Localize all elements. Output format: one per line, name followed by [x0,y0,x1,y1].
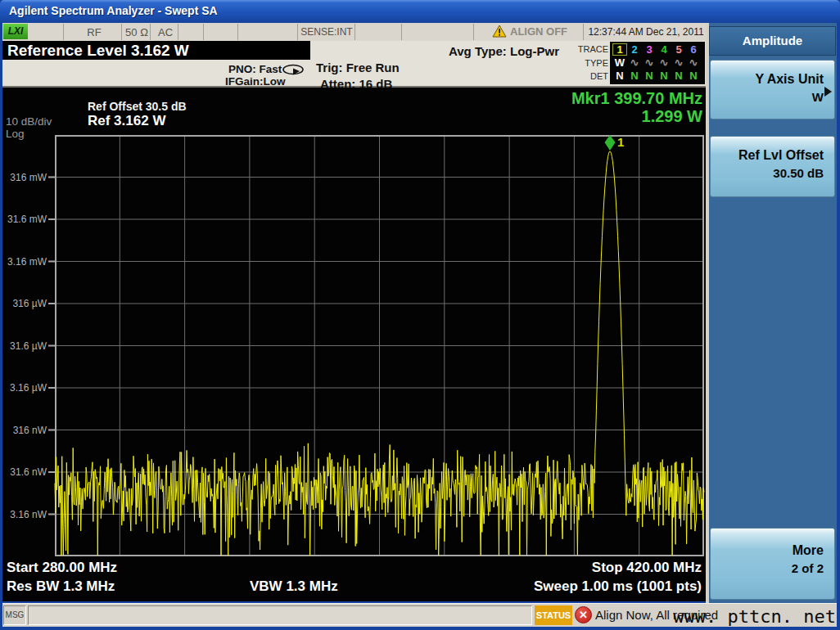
more-button[interactable]: More 2 of 2 [710,528,835,600]
sense-indicator: SENSE:INT [300,26,352,38]
trace-row-label: TRACE [526,44,608,54]
det-row-label: DET [526,71,608,81]
graticule-and-trace: 1 [55,135,704,556]
segment-divider [121,24,122,40]
segment-divider [63,24,64,40]
status-label: STATUS [535,605,572,625]
marker-1-number: 1 [617,135,624,149]
trigger-setting: Trig: Free Run [316,61,400,74]
y-axis-label: 3.16 µW [4,382,47,394]
stop-frequency-annotation: Stop 420.00 MHz [592,560,702,576]
warning-icon [492,25,507,38]
y-axis-label: 31.6 nW [4,466,47,478]
marker-frequency: Mkr1 399.70 MHz [571,89,702,107]
y-axis-unit-button[interactable]: Y Axis Unit W [710,60,835,119]
y-axis-label: 3.16 mW [4,256,47,268]
trace-number-2: 2 [627,43,642,56]
message-field [28,605,532,625]
softkey-menu: Amplitude Y Axis Unit W Ref Lvl Offset 3… [709,23,837,603]
y-axis-unit-label: Y Axis Unit [711,72,824,87]
rf-indicator: RF [87,26,101,38]
error-icon: ✕ [575,606,592,623]
segment-divider [203,24,204,40]
trace-type-waveform-icon: ∿ [627,56,642,69]
menu-title: Amplitude [709,26,836,56]
spectrum-analyzer-window: Agilent Spectrum Analyzer - Swept SA LXI… [0,0,840,630]
rbw-annotation: Res BW 1.3 MHz [7,578,115,595]
trace-detector-normal: N [657,70,671,82]
trace-detector-normal: N [612,70,627,82]
trace-detector-row: NNNNNN [612,70,704,82]
marker-amplitude: 1.299 W [571,107,702,125]
window-title: Agilent Spectrum Analyzer - Swept SA [9,4,218,17]
top-status-strip: LXI RF 50 Ω AC SENSE:INT ALIGN OFF 12:37… [2,23,706,41]
trace-detector-normal: N [671,70,686,82]
marker-1-diamond-icon [605,135,616,151]
ref-offset-annotation: Ref Offset 30.5 dB [88,100,187,113]
align-status: ALIGN OFF [492,25,567,38]
y-axis-label: 31.6 mW [4,214,47,225]
start-frequency-annotation: Start 280.00 MHz [7,560,117,576]
ref-lvl-offset-button[interactable]: Ref Lvl Offset 30.50 dB [710,136,835,197]
sweep-annotation: Sweep 1.00 ms (1001 pts) [534,578,702,595]
segment-divider [401,24,402,40]
align-off-label: ALIGN OFF [510,25,567,38]
y-axis-unit-value: W [711,90,824,104]
segment-divider [355,24,355,40]
marker-readout: Mkr1 399.70 MHz 1.299 W [571,89,702,125]
trace-detector-normal: N [627,70,642,82]
trace-number-5: 5 [671,43,686,56]
y-axis-label: 316 nW [4,425,47,436]
trace-number-3: 3 [642,43,657,56]
reference-level-readout: Reference Level 3.162 W [2,41,310,60]
trace-type-write: W [612,56,627,69]
measurement-bar: Reference Level 3.162 W PNO: Fast IFGain… [2,41,706,88]
segment-divider [150,24,151,40]
trace-type-waveform-icon: ∿ [657,56,671,69]
y-axis-label: 3.16 nW [4,509,47,520]
scale-type-annotation: Log [6,128,25,140]
trace-number-6: 6 [686,43,701,56]
msg-label: MSG [3,605,26,625]
more-page-indicator: 2 of 2 [711,561,824,575]
y-axis-label: 31.6 µW [4,340,47,352]
title-bar[interactable]: Agilent Spectrum Analyzer - Swept SA [0,0,840,23]
ref-level-annotation: Ref 3.162 W [88,113,165,129]
y-axis-label: 316 µW [4,298,47,309]
spectrum-display: Mkr1 399.70 MHz 1.299 W Ref Offset 30.5 … [2,88,706,601]
submenu-arrow-icon [824,87,832,97]
y-axis-label: 316 mW [4,172,47,183]
ref-lvl-offset-value: 30.50 dB [711,166,824,180]
pno-setting: PNO: Fast [228,63,282,75]
segment-divider [583,24,584,40]
datetime-display: 12:37:44 AM Dec 21, 2011 [587,26,705,38]
vbw-annotation: VBW 1.3 MHz [250,578,338,595]
segment-divider [178,24,178,40]
trace-type-waveform-icon: ∿ [686,56,701,69]
trace-number-1: 1 [612,43,627,56]
trace-legend-box: 123456 W∿∿∿∿∿ NNNNNN [610,42,705,84]
more-label: More [711,543,824,558]
impedance-indicator: 50 Ω [125,26,148,38]
trace-type-row: W∿∿∿∿∿ [612,56,704,69]
segment-divider [297,24,298,40]
segment-divider [237,24,238,40]
trace-detector-normal: N [642,70,657,82]
pno-loop-icon [282,64,305,75]
trace-detector-normal: N [686,70,701,82]
trace-type-waveform-icon: ∿ [642,56,657,69]
status-bar: MSG STATUS ✕ Align Now, All required www… [2,603,837,627]
ref-lvl-offset-label: Ref Lvl Offset [711,148,824,163]
segment-divider [473,24,474,40]
lxi-badge: LXI [3,24,28,39]
scale-per-div-annotation: 10 dB/div [6,115,52,128]
trace-number-row: 123456 [612,43,704,56]
trace-number-4: 4 [657,43,671,56]
coupling-indicator: AC [158,26,173,38]
trace-type-waveform-icon: ∿ [671,56,686,69]
ifgain-setting: IFGain:Low [225,75,286,88]
type-row-label: TYPE [526,58,608,68]
watermark: www. pttcn. net [673,606,836,627]
